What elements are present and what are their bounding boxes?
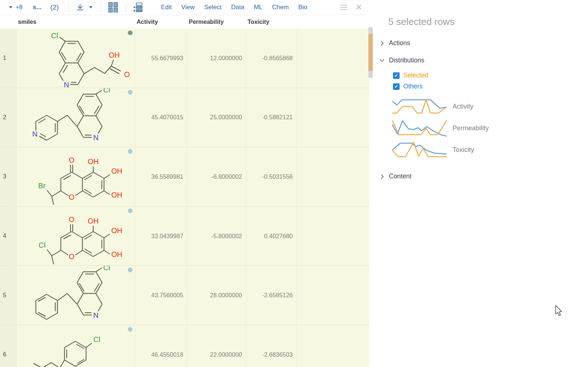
grid-view-icon[interactable] bbox=[106, 2, 120, 12]
smiles-cell[interactable]: Cl N OH O bbox=[17, 29, 135, 88]
svg-text:Cl: Cl bbox=[93, 335, 100, 344]
row-number[interactable]: 2 bbox=[0, 88, 17, 147]
table-row[interactable]: 6 Cl 46.4550018 22.0000000 -2.6836503 bbox=[0, 325, 369, 367]
download-options-caret-icon[interactable] bbox=[86, 6, 95, 9]
menu-chem[interactable]: Chem bbox=[267, 4, 293, 11]
permeability-cell[interactable]: -6.8000002 bbox=[187, 147, 246, 206]
menu-bio[interactable]: Bio bbox=[293, 4, 312, 11]
grid-header-row: smiles Activity Permeability Toxicity bbox=[0, 15, 369, 29]
activity-cell[interactable]: 36.5589981 bbox=[135, 147, 187, 206]
tabs-overflow-count[interactable]: +8 bbox=[16, 4, 22, 11]
smiles-cell[interactable]: O O OH OH OH Br bbox=[17, 147, 135, 206]
row-number-header[interactable] bbox=[0, 15, 17, 29]
row-number[interactable]: 4 bbox=[0, 207, 17, 266]
chevron-right-icon[interactable] bbox=[379, 41, 385, 46]
table-row[interactable]: 3 O O OH OH OH bbox=[0, 147, 369, 207]
legend-selected[interactable]: ✓ Selected bbox=[393, 72, 588, 79]
distribution-chart-permeability[interactable]: Permeability bbox=[392, 119, 588, 137]
menu-view[interactable]: View bbox=[176, 4, 199, 11]
section-actions-label[interactable]: Actions bbox=[389, 39, 410, 47]
empty-cell[interactable] bbox=[297, 207, 369, 266]
section-content-label[interactable]: Content bbox=[389, 172, 411, 180]
smiles-cell[interactable]: N Cl bbox=[17, 266, 135, 325]
mouse-cursor bbox=[555, 305, 563, 318]
others-label: Others bbox=[403, 83, 423, 90]
empty-cell[interactable] bbox=[297, 88, 369, 147]
svg-text:N: N bbox=[93, 134, 98, 142]
molecule-structure: O O OH OH OH Cl bbox=[17, 207, 135, 266]
toxicity-cell[interactable]: -2.6585126 bbox=[246, 266, 297, 325]
row-number[interactable]: 3 bbox=[0, 147, 17, 206]
section-content[interactable]: Content bbox=[379, 172, 588, 180]
column-header-toxicity[interactable]: Toxicity bbox=[246, 15, 297, 29]
smiles-cell[interactable]: O O OH OH OH Cl bbox=[17, 207, 135, 266]
download-icon[interactable] bbox=[74, 3, 86, 11]
activity-cell[interactable]: 55.6679993 bbox=[135, 29, 187, 88]
permeability-cell[interactable]: 12.0000000 bbox=[187, 29, 246, 88]
toolbar-separator bbox=[126, 3, 126, 12]
empty-cell[interactable] bbox=[297, 266, 369, 325]
table-row[interactable]: 5 N Cl bbox=[0, 266, 369, 325]
toxicity-cell[interactable]: -0.5031556 bbox=[246, 147, 297, 206]
permeability-cell[interactable]: 22.0000000 bbox=[187, 325, 246, 367]
selected-label: Selected bbox=[403, 72, 428, 79]
toxicity-cell[interactable]: -0.8565868 bbox=[246, 29, 297, 88]
activity-cell[interactable]: 46.4550018 bbox=[135, 325, 187, 367]
toxicity-cell[interactable]: -0.5882121 bbox=[246, 88, 297, 147]
grid-scrollbar[interactable] bbox=[368, 27, 373, 78]
toxicity-cell[interactable]: 0.4027680 bbox=[246, 207, 297, 266]
column-header-permeability[interactable]: Permeability bbox=[187, 15, 246, 29]
close-icon[interactable]: ✕ bbox=[354, 3, 364, 12]
legend-others[interactable]: ✓ Others bbox=[393, 83, 588, 90]
toxicity-cell[interactable]: -2.6836503 bbox=[246, 325, 297, 367]
menu-select[interactable]: Select bbox=[199, 4, 226, 11]
toolbar-separator bbox=[68, 3, 69, 12]
distribution-chart-toxicity[interactable]: Toxicity bbox=[392, 141, 588, 159]
activity-cell[interactable]: 33.0439987 bbox=[135, 207, 187, 266]
svg-text:OH: OH bbox=[88, 157, 99, 166]
smiles-cell[interactable]: Cl bbox=[17, 325, 135, 367]
distribution-chart-activity[interactable]: Activity bbox=[392, 98, 588, 115]
permeability-cell[interactable]: 25.0000000 bbox=[187, 88, 246, 147]
row-number[interactable]: 5 bbox=[0, 266, 17, 325]
menu-edit[interactable]: Edit bbox=[156, 4, 176, 11]
empty-cell[interactable] bbox=[297, 147, 369, 206]
svg-text:OH: OH bbox=[88, 217, 99, 225]
table-row[interactable]: 4 O O OH OH OH bbox=[0, 207, 369, 266]
smiles-cell[interactable]: N N Cl bbox=[17, 88, 135, 147]
hamburger-menu-icon[interactable] bbox=[339, 3, 349, 11]
column-header-activity[interactable]: Activity bbox=[135, 15, 187, 29]
column-header-smiles[interactable]: smiles bbox=[17, 15, 135, 29]
table-tab-name[interactable]: s... bbox=[33, 4, 42, 11]
menu-ml[interactable]: ML bbox=[249, 4, 267, 11]
svg-text:Cl: Cl bbox=[51, 32, 58, 40]
table-count-badge[interactable]: (2) bbox=[50, 3, 59, 11]
permeability-cell[interactable]: -5.8000002 bbox=[187, 207, 246, 266]
others-checkbox[interactable]: ✓ bbox=[393, 83, 400, 90]
empty-cell[interactable] bbox=[297, 325, 369, 367]
chart-label: Permeability bbox=[452, 124, 489, 132]
empty-cell[interactable] bbox=[297, 29, 369, 88]
menu-data[interactable]: Data bbox=[226, 4, 249, 11]
table-dropdown-caret-icon[interactable] bbox=[9, 6, 12, 8]
molecule-structure: Cl bbox=[17, 325, 135, 367]
molecule-structure: N Cl bbox=[17, 266, 135, 325]
scrollbar-thumb[interactable] bbox=[368, 34, 373, 71]
panel-title: 5 selected rows bbox=[388, 16, 588, 28]
permeability-cell[interactable]: 28.0000000 bbox=[187, 266, 246, 325]
table-row[interactable]: 2 N N Cl bbox=[0, 88, 369, 148]
chevron-right-icon[interactable] bbox=[379, 174, 385, 179]
activity-cell[interactable]: 45.4070015 bbox=[135, 88, 187, 147]
section-distributions-label[interactable]: Distributions bbox=[389, 57, 424, 64]
activity-cell[interactable]: 43.7560005 bbox=[135, 266, 187, 325]
table-row[interactable]: 1 Cl N OH O bbox=[0, 29, 369, 88]
svg-text:Cl: Cl bbox=[103, 88, 110, 94]
chevron-down-icon[interactable] bbox=[379, 58, 385, 63]
section-distributions[interactable]: Distributions bbox=[379, 57, 588, 64]
chart-label: Activity bbox=[452, 103, 473, 110]
selected-checkbox[interactable]: ✓ bbox=[393, 72, 400, 79]
row-number[interactable]: 1 bbox=[0, 29, 17, 88]
row-number[interactable]: 6 bbox=[0, 325, 17, 367]
section-actions[interactable]: Actions bbox=[379, 39, 588, 47]
row-filter-icon[interactable] bbox=[131, 3, 145, 12]
